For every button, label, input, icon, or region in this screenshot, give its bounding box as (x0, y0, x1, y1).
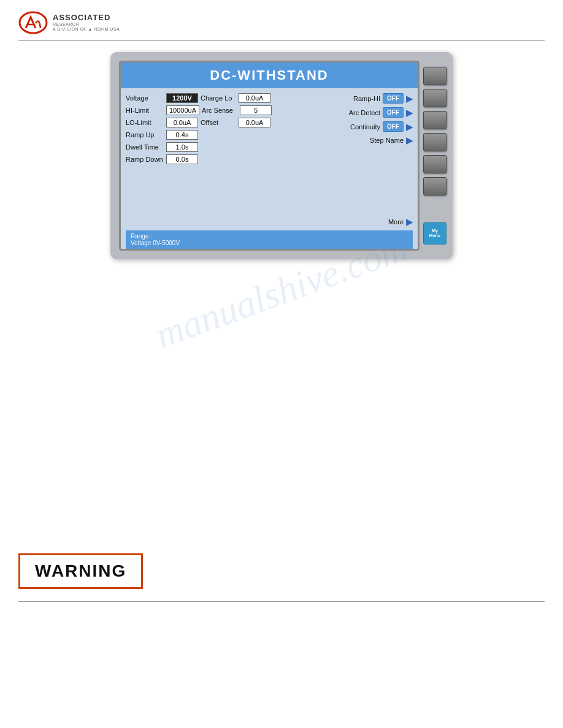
footer-divider (18, 601, 545, 602)
continuity-button[interactable]: OFF (383, 121, 404, 132)
label-hi-limit: HI-Limit (126, 107, 164, 114)
warning-text: WARNING (35, 561, 126, 580)
status-line1: Range : (131, 233, 152, 240)
screen-title: DC-WITHSTAND (121, 63, 418, 88)
warning-box: WARNING (18, 553, 143, 589)
label-offset: Offset (201, 119, 236, 126)
value-ramp-up[interactable]: 0.4s (166, 130, 198, 140)
label-charge-lo: Charge Lo (201, 94, 236, 102)
side-button-3[interactable] (423, 111, 446, 129)
value-voltage[interactable]: 1200V (166, 93, 198, 103)
label-more: More (388, 218, 404, 226)
right-row-step-name: Step Name ▶ (302, 135, 413, 145)
value-ramp-down[interactable]: 0.0s (166, 154, 198, 164)
company-sub2: A DIVISION OF ▲ ROHM USA (53, 27, 120, 32)
value-charge-lo[interactable]: 0.0uA (239, 93, 270, 103)
logo-icon (18, 11, 48, 34)
field-row-voltage: Voltage 1200V Charge Lo 0.0uA (126, 93, 300, 103)
screen-right: Ramp-HI OFF ▶ Arc Detect OFF ▶ Conti (302, 91, 413, 227)
my-menu-button[interactable]: MyMenu (423, 222, 446, 245)
side-button-5[interactable] (423, 155, 446, 173)
continuity-arrow-icon[interactable]: ▶ (406, 122, 413, 132)
right-row-continuity: Continuity OFF ▶ (302, 121, 413, 132)
step-name-arrow-icon[interactable]: ▶ (406, 135, 413, 145)
field-row-lo-limit: LO-Limit 0.0uA Offset 0.0uA (126, 118, 300, 127)
value-dwell-time[interactable]: 1.0s (166, 142, 198, 152)
value-lo-limit[interactable]: 0.0uA (166, 118, 198, 127)
label-arc-detect: Arc Detect (349, 109, 380, 116)
side-buttons-panel: MyMenu (423, 61, 446, 251)
header-divider (18, 40, 545, 41)
screen: DC-WITHSTAND Voltage 1200V Charge Lo 0.0… (119, 61, 419, 251)
warning-section: WARNING (18, 553, 545, 589)
arc-detect-button[interactable]: OFF (383, 107, 404, 118)
side-button-4[interactable] (423, 133, 446, 151)
field-row-dwell-time: Dwell Time 1.0s (126, 142, 300, 152)
ramp-hi-button[interactable]: OFF (383, 93, 404, 104)
device-outer: DC-WITHSTAND Voltage 1200V Charge Lo 0.0… (110, 52, 453, 259)
value-arc-sense[interactable]: 5 (240, 105, 272, 115)
field-row-hi-limit: HI-Limit 10000uA Arc Sense 5 (126, 105, 300, 115)
status-line2: Voltage 0V-5000V (131, 240, 180, 246)
label-voltage: Voltage (126, 94, 164, 102)
arc-detect-arrow-icon[interactable]: ▶ (406, 108, 413, 118)
company-sub1: RESEARCH (53, 22, 120, 27)
label-ramp-hi: Ramp-HI (353, 95, 380, 102)
screen-main: Voltage 1200V Charge Lo 0.0uA HI-Limit 1… (126, 91, 413, 227)
field-row-ramp-up: Ramp Up 0.4s (126, 130, 300, 140)
right-row-arc-detect: Arc Detect OFF ▶ (302, 107, 413, 118)
side-button-6[interactable] (423, 177, 446, 195)
label-lo-limit: LO-Limit (126, 119, 164, 126)
label-ramp-up: Ramp Up (126, 131, 164, 138)
header: ASSOCIATED RESEARCH A DIVISION OF ▲ ROHM… (0, 0, 563, 40)
value-offset[interactable]: 0.0uA (239, 118, 270, 127)
company-name: ASSOCIATED (53, 13, 120, 22)
right-row-more: More ▶ (302, 217, 413, 227)
screen-left: Voltage 1200V Charge Lo 0.0uA HI-Limit 1… (126, 91, 300, 227)
screen-body: Voltage 1200V Charge Lo 0.0uA HI-Limit 1… (121, 88, 418, 249)
screen-status: Range : Voltage 0V-5000V (126, 230, 413, 249)
value-hi-limit[interactable]: 10000uA (166, 105, 199, 115)
right-row-ramp-hi: Ramp-HI OFF ▶ (302, 93, 413, 104)
ramp-hi-arrow-icon[interactable]: ▶ (406, 94, 413, 104)
label-dwell-time: Dwell Time (126, 143, 164, 151)
label-arc-sense: Arc Sense (202, 107, 237, 114)
logo-text: ASSOCIATED RESEARCH A DIVISION OF ▲ ROHM… (53, 13, 120, 32)
logo: ASSOCIATED RESEARCH A DIVISION OF ▲ ROHM… (18, 11, 120, 34)
label-ramp-down: Ramp Down (126, 156, 164, 163)
field-row-ramp-down: Ramp Down 0.0s (126, 154, 300, 164)
side-button-2[interactable] (423, 89, 446, 107)
side-button-1[interactable] (423, 67, 446, 85)
more-arrow-icon[interactable]: ▶ (406, 217, 413, 227)
label-continuity: Continuity (350, 123, 380, 131)
device-wrapper: DC-WITHSTAND Voltage 1200V Charge Lo 0.0… (0, 52, 563, 259)
label-step-name: Step Name (370, 137, 404, 144)
